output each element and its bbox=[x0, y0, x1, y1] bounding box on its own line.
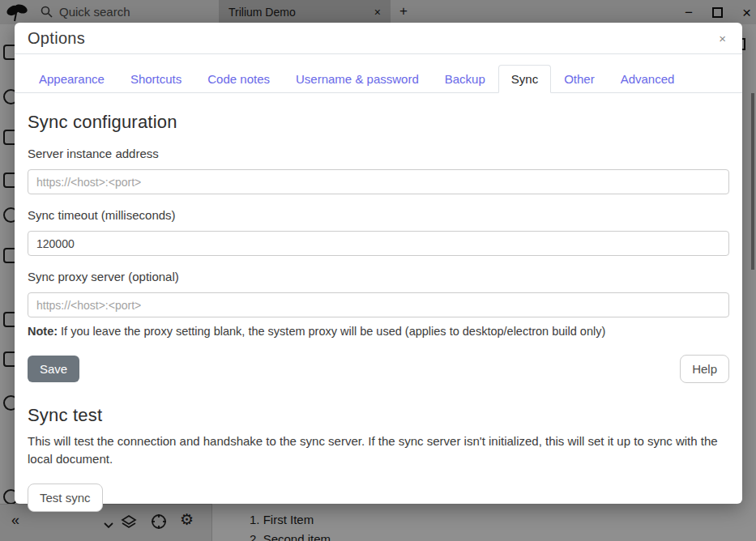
options-tab-bar: Appearance Shortcuts Code notes Username… bbox=[15, 54, 742, 93]
sync-configuration-heading: Sync configuration bbox=[28, 112, 729, 133]
sync-tab-panel: Sync configuration Server instance addre… bbox=[15, 93, 742, 512]
proxy-note-bold: Note: bbox=[28, 325, 58, 338]
tab-shortcuts[interactable]: Shortcuts bbox=[117, 65, 194, 93]
tab-backup[interactable]: Backup bbox=[432, 65, 498, 93]
test-sync-button[interactable]: Test sync bbox=[28, 483, 103, 512]
proxy-note-text: If you leave the proxy setting blank, th… bbox=[58, 325, 605, 338]
tab-code-notes[interactable]: Code notes bbox=[194, 65, 283, 93]
tab-appearance[interactable]: Appearance bbox=[26, 65, 117, 93]
tab-username-password[interactable]: Username & password bbox=[283, 65, 432, 93]
sync-test-heading: Sync test bbox=[28, 405, 729, 426]
sync-timeout-label: Sync timeout (milliseconds) bbox=[28, 208, 729, 222]
sync-proxy-label: Sync proxy server (optional) bbox=[28, 270, 729, 283]
sync-config-buttons: Save Help bbox=[28, 355, 729, 383]
server-address-label: Server instance address bbox=[28, 147, 729, 160]
dialog-close-icon[interactable]: × bbox=[715, 32, 729, 45]
options-dialog: Options × Appearance Shortcuts Code note… bbox=[15, 23, 742, 504]
server-address-input[interactable] bbox=[28, 169, 729, 194]
tab-sync[interactable]: Sync bbox=[498, 65, 551, 93]
sync-test-description: This will test the connection and handsh… bbox=[28, 432, 729, 468]
tab-advanced[interactable]: Advanced bbox=[608, 65, 688, 93]
options-dialog-header: Options × bbox=[15, 23, 742, 54]
tab-other[interactable]: Other bbox=[551, 65, 608, 93]
sync-timeout-input[interactable] bbox=[28, 231, 729, 256]
save-button[interactable]: Save bbox=[28, 356, 79, 382]
help-button[interactable]: Help bbox=[680, 355, 729, 383]
dialog-title: Options bbox=[28, 29, 85, 48]
sync-proxy-input[interactable] bbox=[28, 292, 729, 317]
proxy-note: Note: If you leave the proxy setting bla… bbox=[28, 325, 729, 338]
